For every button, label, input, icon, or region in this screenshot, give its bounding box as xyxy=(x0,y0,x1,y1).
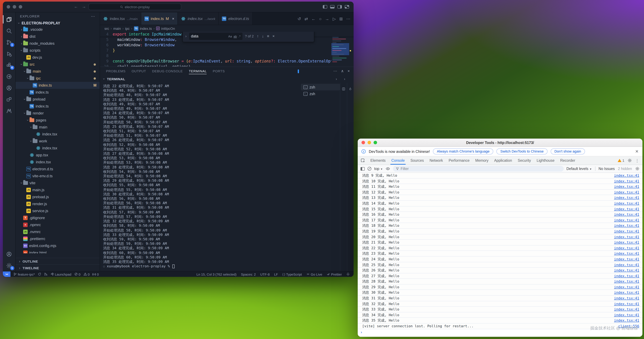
devtools-tab-application[interactable]: Application xyxy=(491,156,515,165)
compare-icon[interactable]: ⇄ xyxy=(304,16,308,21)
devtools-tab-console[interactable]: Console xyxy=(388,156,408,165)
devtools-tab-lighthouse[interactable]: Lighthouse xyxy=(534,156,557,165)
tree-item[interactable]: TSindex.ts xyxy=(16,103,100,110)
toggle-panel-icon[interactable] xyxy=(330,5,334,8)
devtools-tab-sources[interactable]: Sources xyxy=(408,156,426,165)
console-settings-gear-icon[interactable] xyxy=(635,166,640,171)
clear-console-icon[interactable] xyxy=(368,167,371,171)
activity-accounts[interactable] xyxy=(3,248,16,260)
tree-item[interactable]: TSvite-env.d.ts xyxy=(16,173,100,179)
tree-item[interactable]: JSpreload.js xyxy=(16,193,100,200)
tree-item[interactable]: JSservice.js xyxy=(16,207,100,214)
source-link[interactable]: index.tsx:41 xyxy=(614,251,639,256)
hidden-messages-count[interactable]: 2 hidden xyxy=(618,167,632,171)
source-link[interactable]: index.tsx:41 xyxy=(614,173,639,178)
tree-item[interactable]: ›src xyxy=(16,61,100,68)
tree-item[interactable]: ›render xyxy=(16,110,100,117)
panel-close-icon[interactable]: × xyxy=(348,69,350,73)
tree-item[interactable]: <>index.html xyxy=(16,249,100,253)
status-go-live[interactable]: Go Live xyxy=(306,272,322,276)
terminal-tab[interactable]: >_zsh xyxy=(301,90,340,97)
activity-manage[interactable]: 1 xyxy=(3,260,16,271)
tree-item[interactable]: JSdev.js xyxy=(16,54,100,61)
console-output[interactable]: 消息 9 完成, Helloindex.tsx:41消息 10 完成, Hell… xyxy=(358,173,642,337)
more-icon[interactable]: ⋯ xyxy=(346,16,350,21)
status-prettier[interactable]: Prettier xyxy=(326,272,342,276)
status-eol[interactable]: LF xyxy=(274,272,278,276)
find-prev-icon[interactable]: ↑ xyxy=(257,34,259,39)
command-center[interactable]: electron-proplay xyxy=(88,3,181,10)
terminal-output[interactable]: 消息 22 处理完成, 时间: 9:50:07 AM收到消息 48, 时间: 9… xyxy=(100,83,301,271)
panel-tab-ports[interactable]: PORTS xyxy=(213,69,225,73)
kebab-menu-icon[interactable]: ⋮ xyxy=(635,158,639,163)
activity-search[interactable] xyxy=(3,25,16,36)
launch-profile-icon[interactable] xyxy=(347,87,354,91)
source-link[interactable]: index.tsx:41 xyxy=(614,178,639,184)
tree-item[interactable]: ESeslint.config.mjs xyxy=(16,242,100,249)
tab-close-icon[interactable]: × xyxy=(172,16,174,21)
tree-item[interactable]: TSindex.tsM xyxy=(16,82,100,89)
terminal-tab[interactable]: >_zsh xyxy=(301,84,340,90)
run-icon[interactable]: ▷ xyxy=(333,16,336,21)
panel-tab-problems[interactable]: PROBLEMS xyxy=(106,69,126,73)
banner-button[interactable]: Always match Chrome's language xyxy=(433,148,494,154)
tree-item[interactable]: n.npmrc xyxy=(16,221,100,228)
tree-item[interactable]: index.tsx xyxy=(16,131,100,138)
console-filter-input[interactable]: Filter xyxy=(393,166,564,172)
nav-back-icon[interactable]: ← xyxy=(311,16,316,21)
split-editor-icon[interactable]: ⊞ xyxy=(339,16,343,21)
banner-button[interactable]: Switch DevTools to Chinese xyxy=(496,148,548,154)
source-link[interactable]: index.tsx:41 xyxy=(614,307,639,312)
window-controls[interactable] xyxy=(362,141,377,144)
tree-item[interactable]: JSrender.js xyxy=(16,200,100,207)
activity-gitlens[interactable] xyxy=(3,105,16,116)
source-link[interactable]: index.tsx:41 xyxy=(614,206,639,212)
tree-item[interactable]: TSelectron.d.ts xyxy=(16,166,100,173)
panel-more-icon[interactable]: ⋯ xyxy=(333,69,337,73)
source-link[interactable]: index.tsx:41 xyxy=(614,273,639,279)
find-in-selection-icon[interactable]: ≡ xyxy=(267,34,269,39)
warning-count-badge[interactable]: 1 xyxy=(618,159,624,162)
sidebar-section-timeline[interactable]: ›TIMELINE xyxy=(16,265,100,271)
source-link[interactable]: index.tsx:41 xyxy=(614,190,639,195)
remote-indicator[interactable]: >< xyxy=(3,271,10,277)
explorer-more-icon[interactable]: ⋯ xyxy=(91,14,95,18)
chevron-right-icon[interactable]: › xyxy=(336,77,337,81)
breadcrumb-item[interactable]: ipc xyxy=(125,26,130,30)
activity-extensions[interactable]: 6 xyxy=(3,59,16,71)
tree-item[interactable]: ›node_modules xyxy=(16,40,100,47)
status-language-mode[interactable]: { }TypeScript xyxy=(282,272,302,276)
banner-button[interactable]: Don't show again xyxy=(550,148,585,154)
source-link[interactable]: index.tsx:41 xyxy=(614,268,639,273)
source-link[interactable]: index.tsx:41 xyxy=(614,290,639,295)
window-controls[interactable] xyxy=(7,5,22,8)
tree-item[interactable]: JS.nvmrc xyxy=(16,228,100,235)
status-ports[interactable]: 0 xyxy=(92,272,99,276)
devtools-tab-network[interactable]: Network xyxy=(427,156,446,165)
toggle-secondary-sidebar-icon[interactable] xyxy=(338,5,342,8)
nav-forward-icon[interactable]: → xyxy=(82,4,86,9)
status-encoding[interactable]: UTF-8 xyxy=(260,272,270,276)
tree-item[interactable]: app.tsx xyxy=(16,152,100,159)
find-flag-regex-icon[interactable]: .* xyxy=(238,34,240,39)
split-terminal-icon[interactable] xyxy=(340,87,347,91)
breadcrumb-file[interactable]: index.ts xyxy=(140,26,152,30)
chevron-down-icon[interactable]: › xyxy=(102,77,106,80)
history-icon[interactable]: ↺ xyxy=(298,16,301,21)
status-git-branch[interactable]: feature-ipc* xyxy=(13,272,35,276)
source-link[interactable]: index.tsx:41 xyxy=(614,184,639,189)
tree-item[interactable]: ›scripts xyxy=(16,47,100,54)
panel-tab-debug-console[interactable]: DEBUG CONSOLE xyxy=(152,69,183,73)
editor-tab[interactable]: TSelectron.d.ts xyxy=(219,12,253,25)
source-link[interactable]: index.tsx:41 xyxy=(614,318,639,323)
tree-item[interactable]: .prettierrc xyxy=(16,235,100,242)
activity-remote-explorer[interactable] xyxy=(3,71,16,82)
source-link[interactable]: index.tsx:41 xyxy=(614,257,639,262)
source-link[interactable]: index.tsx:41 xyxy=(614,234,639,239)
status-sync[interactable] xyxy=(38,272,41,276)
inspect-icon[interactable] xyxy=(360,158,365,163)
console-sidebar-icon[interactable] xyxy=(360,167,365,170)
source-link[interactable]: index.tsx:41 xyxy=(614,201,639,206)
devtools-tab-memory[interactable]: Memory xyxy=(472,156,491,165)
nav-back-icon[interactable]: ← xyxy=(74,4,78,9)
